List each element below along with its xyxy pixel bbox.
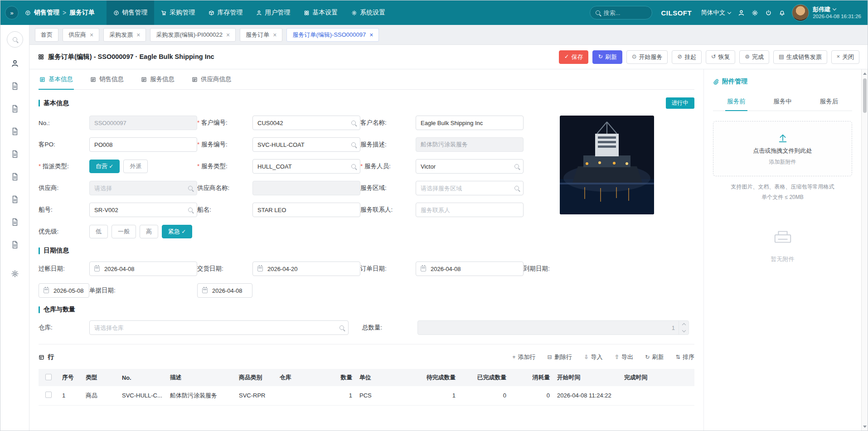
- priority-high-option[interactable]: 高: [140, 225, 158, 238]
- search-icon[interactable]: [514, 186, 519, 190]
- profile-icon[interactable]: [738, 10, 745, 16]
- menu-inventory[interactable]: 库存管理: [202, 0, 249, 25]
- import-button[interactable]: ⇩导入: [584, 353, 602, 361]
- search-icon[interactable]: [351, 142, 356, 147]
- save-button[interactable]: ✓保存: [559, 50, 588, 64]
- menu-system-settings[interactable]: 系统设置: [344, 0, 392, 25]
- calendar-icon[interactable]: [44, 288, 49, 293]
- search-icon[interactable]: [188, 208, 193, 212]
- service-person-field[interactable]: [416, 159, 524, 174]
- calendar-icon[interactable]: [94, 266, 100, 271]
- tab-suppliers[interactable]: 供应商×: [63, 28, 99, 42]
- assign-type-self-option[interactable]: 自营: [89, 160, 120, 173]
- generate-invoice-button[interactable]: ▤生成销售发票: [773, 50, 827, 64]
- table-row[interactable]: 1 商品 SVC-HULL-C... 船体防污涂装服务 SVC-RPR 1 PC…: [39, 386, 694, 405]
- service-code-field[interactable]: [252, 137, 360, 152]
- tab-service-info[interactable]: 服务信息: [140, 69, 175, 89]
- customer-name-field[interactable]: [416, 116, 524, 130]
- menu-users[interactable]: 用户管理: [249, 0, 297, 25]
- tab-purchase-invoice[interactable]: 采购发票×: [103, 28, 146, 42]
- upload-dropzone[interactable]: 点击或拖拽文件到此处 添加新附件: [713, 121, 852, 176]
- calendar-icon[interactable]: [421, 266, 426, 271]
- service-contact-field[interactable]: [416, 203, 524, 217]
- tab-pre-service[interactable]: 服务前: [713, 93, 759, 111]
- calendar-icon[interactable]: [202, 288, 208, 293]
- stepper-up-icon[interactable]: [679, 321, 689, 328]
- ship-no-field[interactable]: [89, 203, 197, 217]
- select-all-checkbox[interactable]: [45, 374, 52, 380]
- language-selector[interactable]: 简体中文: [701, 9, 731, 17]
- start-service-button[interactable]: ⊙开始服务: [626, 50, 668, 64]
- delivery-date-field[interactable]: [252, 262, 360, 276]
- global-search[interactable]: [590, 6, 652, 19]
- sidebar-item-customer[interactable]: [0, 52, 29, 75]
- search-icon[interactable]: [351, 121, 356, 125]
- search-icon[interactable]: [351, 164, 356, 169]
- close-page-button[interactable]: ×关闭: [831, 50, 859, 64]
- add-row-button[interactable]: +添加行: [512, 353, 535, 361]
- refresh-lines-button[interactable]: ↻刷新: [645, 353, 664, 361]
- sidebar-item-doc-1[interactable]: [0, 75, 29, 97]
- complete-button[interactable]: ⊚完成: [739, 50, 769, 64]
- sidebar-item-doc-3[interactable]: [0, 120, 29, 143]
- global-search-input[interactable]: [604, 10, 645, 16]
- menu-sales[interactable]: 销售管理: [107, 0, 154, 25]
- sidebar-search-button[interactable]: [7, 31, 23, 48]
- order-date-field[interactable]: [416, 262, 524, 276]
- power-icon[interactable]: [765, 10, 772, 16]
- customer-po-field[interactable]: [89, 137, 197, 152]
- warehouse-field[interactable]: [89, 320, 349, 335]
- close-icon[interactable]: ×: [273, 32, 276, 38]
- export-button[interactable]: ⇧导出: [615, 353, 633, 361]
- priority-urgent-option[interactable]: 紧急: [162, 225, 192, 238]
- close-icon[interactable]: ×: [90, 32, 93, 38]
- tab-basic-info[interactable]: 基本信息: [39, 69, 74, 89]
- priority-low-option[interactable]: 低: [89, 225, 108, 238]
- tab-service-order[interactable]: 服务订单×: [240, 28, 282, 42]
- priority-normal-option[interactable]: 一般: [112, 225, 136, 238]
- tab-in-service[interactable]: 服务中: [759, 93, 805, 111]
- vertical-scrollbar[interactable]: [861, 69, 868, 431]
- row-checkbox[interactable]: [45, 392, 52, 398]
- stepper-down-icon[interactable]: [679, 328, 689, 334]
- delete-row-button[interactable]: ⊟删除行: [548, 353, 572, 361]
- sidebar-item-doc-5[interactable]: [0, 165, 29, 188]
- service-type-field[interactable]: [252, 159, 360, 174]
- customer-code-field[interactable]: [252, 116, 360, 130]
- sidebar-item-doc-8[interactable]: [0, 233, 29, 256]
- sidebar-item-doc-2[interactable]: [0, 97, 29, 120]
- sidebar-toggle-button[interactable]: »: [5, 6, 19, 19]
- tab-post-service[interactable]: 服务后: [806, 93, 852, 111]
- close-icon[interactable]: ×: [226, 32, 230, 38]
- tab-sales-info[interactable]: 销售信息: [89, 69, 125, 89]
- hold-button[interactable]: ⊘挂起: [672, 50, 701, 64]
- sidebar-item-doc-4[interactable]: [0, 143, 29, 165]
- ship-name-field[interactable]: [252, 203, 360, 217]
- close-icon[interactable]: ×: [136, 32, 140, 38]
- posting-date-field[interactable]: [89, 262, 197, 276]
- search-icon[interactable]: [514, 164, 519, 169]
- sort-button[interactable]: ⇅排序: [676, 353, 694, 361]
- sidebar-item-doc-7[interactable]: [0, 211, 29, 233]
- menu-purchase[interactable]: 采购管理: [154, 0, 202, 25]
- user-menu[interactable]: 彭伟建 2026-04-08 16:31:26: [792, 4, 861, 21]
- assign-type-outsource-option[interactable]: 外派: [123, 160, 148, 173]
- scrollbar-thumb[interactable]: [863, 78, 867, 113]
- tab-supplier-info[interactable]: 供应商信息: [191, 69, 233, 89]
- tab-service-order-edit[interactable]: 服务订单(编辑)-SSO000097×: [286, 28, 379, 42]
- search-icon[interactable]: [339, 325, 344, 330]
- menu-basic-settings[interactable]: 基本设置: [297, 0, 344, 25]
- refresh-button[interactable]: ↻刷新: [592, 50, 622, 64]
- tab-purchase-invoice-edit[interactable]: 采购发票(编辑)-PI000022×: [150, 28, 236, 42]
- settings-gear-icon[interactable]: [752, 10, 758, 16]
- scroll-up-arrow[interactable]: [862, 70, 868, 77]
- calendar-icon[interactable]: [257, 266, 263, 271]
- bell-icon[interactable]: [779, 10, 786, 16]
- sidebar-item-doc-6[interactable]: [0, 188, 29, 211]
- sidebar-item-settings[interactable]: [0, 262, 29, 285]
- close-icon[interactable]: ×: [369, 32, 373, 38]
- tab-home[interactable]: 首页: [35, 28, 58, 42]
- service-area-field[interactable]: [416, 181, 524, 195]
- resume-button[interactable]: ↺恢复: [706, 50, 735, 64]
- scroll-down-arrow[interactable]: [862, 423, 868, 430]
